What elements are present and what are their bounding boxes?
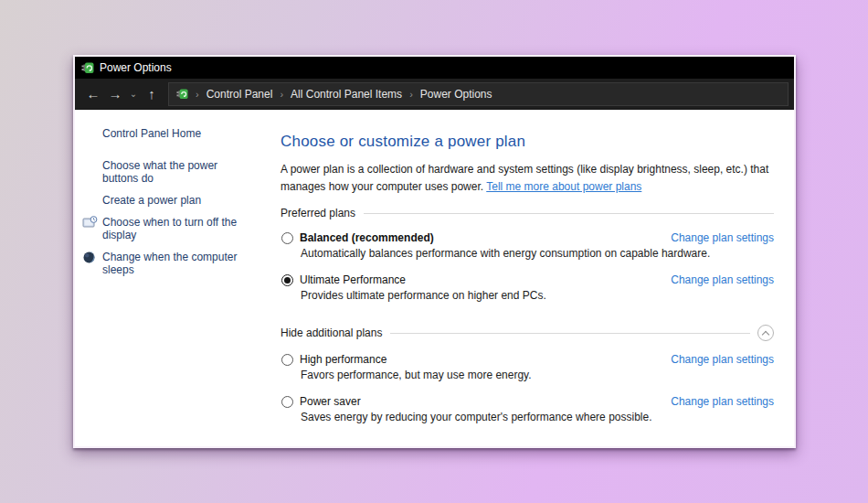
breadcrumb-power-options[interactable]: Power Options	[420, 88, 492, 101]
breadcrumb[interactable]: › Control Panel › All Control Panel Item…	[168, 82, 789, 106]
moon-sphere-icon	[82, 251, 96, 267]
plan-description: Automatically balances performance with …	[301, 247, 776, 260]
additional-plans-group-header: Hide additional plans	[281, 325, 774, 341]
main-content: Choose or customize a power plan A power…	[271, 110, 794, 446]
plan-row-high-performance: High performance Change plan settings	[281, 353, 776, 366]
chevron-up-icon	[762, 331, 769, 338]
sidebar-item-label: Choose when to turn off the display	[102, 216, 237, 241]
collapse-additional-plans-button[interactable]	[757, 325, 774, 341]
window-body: Control Panel Home Choose what the power…	[75, 110, 794, 446]
power-options-icon	[81, 61, 94, 74]
display-clock-icon	[82, 216, 98, 232]
page-title: Choose or customize a power plan	[281, 133, 776, 151]
balanced-radio[interactable]	[281, 232, 293, 244]
preferred-plans-group-header: Preferred plans	[281, 207, 774, 219]
breadcrumb-separator-icon: ›	[280, 89, 283, 100]
group-divider	[364, 213, 774, 214]
plan-description: Provides ultimate performance on higher …	[301, 289, 776, 302]
sidebar-item-control-panel-home[interactable]: Control Panel Home	[102, 127, 247, 140]
breadcrumb-control-panel[interactable]: Control Panel	[206, 88, 273, 101]
breadcrumb-power-icon	[176, 88, 188, 100]
title-bar: Power Options	[75, 57, 794, 79]
power-options-window: Power Options ← → ⌄ ↑ › Control Panel › …	[73, 55, 796, 448]
intro-paragraph: A power plan is a collection of hardware…	[281, 161, 776, 195]
breadcrumb-separator-icon: ›	[196, 89, 199, 100]
high-performance-radio[interactable]	[281, 354, 293, 366]
sidebar-item-turn-off-display[interactable]: Choose when to turn off the display	[102, 216, 247, 241]
plan-row-ultimate-performance: Ultimate Performance Change plan setting…	[281, 273, 776, 286]
power-saver-radio[interactable]	[281, 396, 293, 408]
group-divider	[390, 333, 750, 334]
window-title: Power Options	[100, 61, 172, 74]
sidebar-item-create-power-plan[interactable]: Create a power plan	[102, 194, 247, 207]
sidebar-item-computer-sleeps[interactable]: Change when the computer sleeps	[102, 251, 247, 276]
preferred-plans-label: Preferred plans	[281, 207, 355, 219]
breadcrumb-all-control-panel-items[interactable]: All Control Panel Items	[291, 88, 402, 101]
ultimate-performance-radio[interactable]	[281, 274, 293, 286]
tell-me-more-link[interactable]: Tell me more about power plans	[486, 180, 641, 193]
hide-additional-plans-label: Hide additional plans	[281, 326, 382, 339]
plan-description: Saves energy by reducing your computer's…	[301, 411, 776, 423]
plan-description: Favors performance, but may use more ene…	[301, 369, 776, 381]
plan-row-power-saver: Power saver Change plan settings	[281, 395, 776, 408]
breadcrumb-separator-icon: ›	[409, 89, 413, 100]
up-icon[interactable]: ↑	[141, 83, 163, 105]
sidebar-item-power-buttons[interactable]: Choose what the power buttons do	[102, 159, 247, 185]
change-plan-settings-link-balanced[interactable]: Change plan settings	[671, 231, 776, 244]
change-plan-settings-link-high[interactable]: Change plan settings	[671, 353, 776, 366]
plan-name[interactable]: Power saver	[300, 395, 361, 408]
recent-pages-dropdown-icon[interactable]: ⌄	[126, 83, 141, 105]
plan-row-balanced: Balanced (recommended) Change plan setti…	[281, 231, 776, 244]
back-icon[interactable]: ←	[82, 83, 104, 105]
change-plan-settings-link-ultimate[interactable]: Change plan settings	[671, 273, 776, 286]
change-plan-settings-link-saver[interactable]: Change plan settings	[671, 395, 776, 408]
plan-name[interactable]: High performance	[300, 353, 386, 366]
navigation-bar: ← → ⌄ ↑ › Control Panel › All Control Pa…	[75, 79, 794, 110]
sidebar: Control Panel Home Choose what the power…	[75, 110, 271, 446]
forward-icon[interactable]: →	[104, 83, 126, 105]
plan-name[interactable]: Ultimate Performance	[300, 273, 406, 286]
sidebar-item-label: Change when the computer sleeps	[102, 251, 237, 276]
plan-name[interactable]: Balanced (recommended)	[300, 231, 434, 244]
